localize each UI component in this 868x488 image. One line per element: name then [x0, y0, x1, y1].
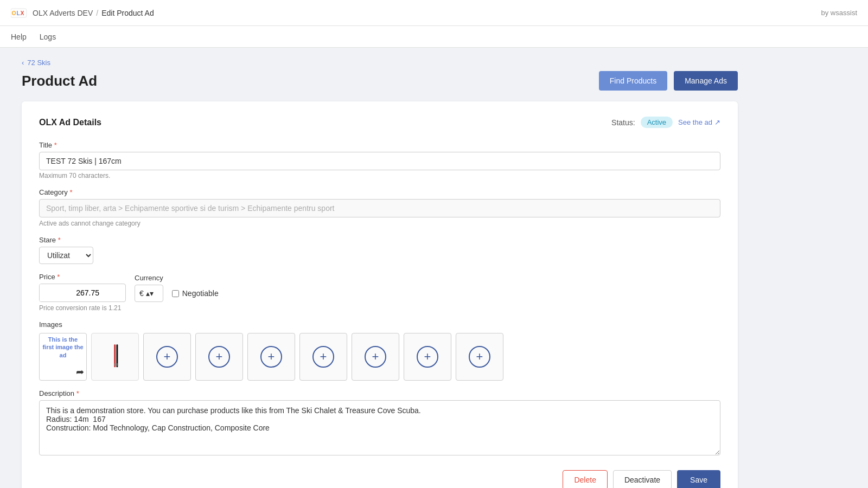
see-ad-link[interactable]: See the ad ↗ — [678, 118, 720, 126]
save-button[interactable]: Save — [677, 470, 720, 488]
first-image-slot[interactable]: This is the first image the ad ➦ — [39, 333, 87, 381]
olx-logo: O L X — [11, 8, 28, 18]
title-label: Title * — [39, 141, 720, 149]
topbar-breadcrumb: OLX Adverts DEV / Edit Product Ad — [33, 9, 154, 17]
description-textarea[interactable]: This is a demonstration store. You can p… — [39, 400, 720, 455]
first-image-text: This is the first image the ad — [42, 336, 84, 359]
add-image-icon-5: + — [365, 346, 386, 368]
title-required-star: * — [54, 141, 57, 149]
first-image-overlay: This is the first image the ad ➦ — [42, 336, 84, 378]
page-actions: Find Products Manage Ads — [599, 71, 738, 91]
topbar-user: by wsassist — [821, 9, 857, 17]
currency-group: Currency € ▴▾ — [135, 274, 163, 302]
currency-select[interactable]: € ▴▾ — [135, 285, 163, 302]
back-breadcrumb-label: 72 Skis — [27, 59, 50, 67]
add-image-slot-1[interactable]: + — [143, 333, 191, 381]
add-image-slot-3[interactable]: + — [247, 333, 295, 381]
ad-details-title: OLX Ad Details — [39, 118, 101, 127]
price-input[interactable] — [40, 284, 105, 301]
description-textarea-wrap: This is a demonstration store. You can p… — [39, 400, 720, 457]
add-image-slot-5[interactable]: + — [352, 333, 399, 381]
add-image-slot-4[interactable]: + — [299, 333, 347, 381]
svg-text:O: O — [12, 10, 16, 16]
description-required-star: * — [76, 389, 79, 397]
topbar-page-name: Edit Product Ad — [101, 9, 154, 17]
topbar-separator: / — [96, 9, 98, 17]
price-group: Price * Currency € ▴▾ Negoti — [39, 273, 720, 312]
svg-text:X: X — [21, 10, 24, 16]
nav-item-logs[interactable]: Logs — [40, 27, 56, 47]
ski-image-slot[interactable] — [91, 333, 139, 381]
add-image-slot-6[interactable]: + — [404, 333, 451, 381]
external-link-icon: ↗ — [714, 118, 720, 126]
deactivate-button[interactable]: Deactivate — [613, 470, 672, 488]
status-badge: Active — [641, 117, 673, 128]
status-label: Status: — [611, 118, 635, 127]
see-ad-label: See the ad — [678, 118, 712, 126]
olx-logo-icon: O L X — [11, 8, 28, 18]
bottom-actions: Delete Deactivate Save — [39, 470, 720, 488]
stare-select[interactable]: Utilizat Nou — [39, 247, 93, 264]
ad-details-card: OLX Ad Details Status: Active See the ad… — [22, 101, 738, 488]
category-note: Active ads cannot change category — [39, 220, 720, 227]
stare-label: Stare * — [39, 236, 720, 244]
description-group: Description * This is a demonstration st… — [39, 389, 720, 457]
topbar: O L X OLX Adverts DEV / Edit Product Ad … — [0, 0, 868, 26]
negotiable-checkbox[interactable] — [172, 290, 179, 297]
price-required-star: * — [57, 273, 60, 281]
add-image-icon-2: + — [208, 346, 230, 368]
back-breadcrumb[interactable]: ‹ 72 Skis — [22, 59, 738, 67]
description-label: Description * — [39, 389, 720, 397]
first-image-arrow-icon: ➦ — [42, 366, 84, 378]
back-arrow-icon: ‹ — [22, 59, 24, 67]
topbar-left: O L X OLX Adverts DEV / Edit Product Ad — [11, 8, 154, 18]
add-image-slot-2[interactable]: + — [195, 333, 243, 381]
manage-ads-button[interactable]: Manage Ads — [674, 71, 738, 91]
delete-button[interactable]: Delete — [563, 470, 607, 488]
topbar-app-name: OLX Adverts DEV — [33, 9, 93, 17]
page-header: Product Ad Find Products Manage Ads — [22, 71, 738, 91]
find-products-button[interactable]: Find Products — [599, 71, 667, 91]
currency-label: Currency — [135, 274, 163, 282]
ad-details-header: OLX Ad Details Status: Active See the ad… — [39, 117, 720, 130]
main-content: ‹ 72 Skis Product Ad Find Products Manag… — [0, 48, 760, 488]
main-nav: Help Logs — [0, 26, 868, 48]
price-input-wrap — [39, 284, 126, 302]
add-image-icon-4: + — [312, 346, 334, 368]
category-input — [39, 199, 720, 217]
add-image-slot-7[interactable]: + — [456, 333, 503, 381]
negotiable-label[interactable]: Negotiable — [182, 289, 219, 298]
stare-group: Stare * Utilizat Nou — [39, 236, 720, 264]
images-section: Images This is the first image the ad ➦ — [39, 320, 720, 381]
category-required-star: * — [69, 188, 72, 196]
price-label: Price * — [39, 273, 126, 281]
nav-item-help[interactable]: Help — [11, 27, 27, 47]
category-label: Category * — [39, 188, 720, 196]
category-group: Category * Active ads cannot change cate… — [39, 188, 720, 227]
add-image-icon-7: + — [469, 346, 490, 368]
title-hint: Maximum 70 characters. — [39, 172, 720, 179]
currency-symbol: € — [139, 289, 144, 298]
negotiable-group: Negotiable — [172, 289, 219, 302]
ski-svg-icon — [107, 338, 123, 376]
title-input[interactable] — [39, 152, 720, 170]
stare-required-star: * — [58, 236, 61, 244]
price-conversion-note: Price conversion rate is 1.21 — [39, 304, 720, 312]
currency-chevron-icon: ▴▾ — [146, 289, 154, 298]
price-field-group: Price * — [39, 273, 126, 302]
add-image-icon-1: + — [156, 346, 178, 368]
svg-text:L: L — [16, 10, 20, 16]
ad-status-area: Status: Active See the ad ↗ — [611, 117, 720, 128]
add-image-icon-3: + — [260, 346, 282, 368]
title-group: Title * Maximum 70 characters. — [39, 141, 720, 179]
page-title: Product Ad — [22, 73, 97, 89]
svg-rect-6 — [114, 363, 118, 366]
price-row: Price * Currency € ▴▾ Negoti — [39, 273, 720, 302]
images-label: Images — [39, 320, 720, 329]
images-row: This is the first image the ad ➦ + — [39, 333, 720, 381]
add-image-icon-6: + — [417, 346, 438, 368]
page-header-area: ‹ 72 Skis Product Ad Find Products Manag… — [22, 59, 738, 91]
